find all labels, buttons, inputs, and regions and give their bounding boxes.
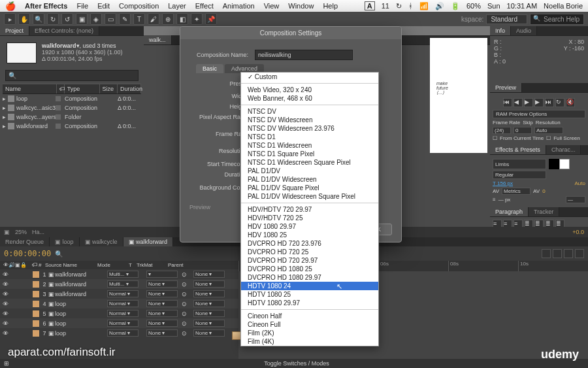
preset-option[interactable]: PAL D1/DV Widescreen Square Pixel bbox=[241, 192, 378, 201]
tab-effects-presets[interactable]: Effects & Presets bbox=[490, 145, 546, 154]
toggle-switches[interactable]: Toggle Switches / Modes bbox=[264, 360, 329, 367]
layer-row[interactable]: 👁4▣loopNormal ▾None ▾⊙None ▾ bbox=[0, 299, 238, 309]
timeline-search-icon[interactable]: 🔍 bbox=[55, 250, 63, 258]
preset-option[interactable]: Film (4K) bbox=[241, 337, 378, 346]
prev-frame-icon[interactable]: ◀ bbox=[514, 98, 523, 107]
zoom-tool-icon[interactable]: 🔍 bbox=[33, 13, 44, 25]
preset-option[interactable]: NTSC DV Widescreen bbox=[241, 116, 378, 124]
preset-option[interactable]: Custom bbox=[241, 73, 378, 81]
preset-option[interactable]: DVCPRO HD 720 25 bbox=[241, 248, 378, 256]
font-style-input[interactable] bbox=[493, 171, 546, 179]
apple-icon[interactable]: 🍎 bbox=[5, 1, 16, 11]
roto-tool-icon[interactable]: ✦ bbox=[191, 13, 203, 25]
leading-field[interactable]: Auto bbox=[575, 180, 585, 186]
project-item[interactable]: ▸walkcyc...asic3CompositionΔ 0:0... bbox=[3, 103, 141, 112]
preset-option[interactable]: Cineon Full bbox=[241, 320, 378, 329]
tl-opt1-icon[interactable] bbox=[542, 249, 551, 258]
eraser-tool-icon[interactable]: ◧ bbox=[176, 13, 188, 25]
play-icon[interactable]: ▶ bbox=[524, 98, 533, 107]
layer-row[interactable]: 👁2▣walkforwardMulti... ▾None ▾⊙None ▾ bbox=[0, 279, 238, 289]
preset-option[interactable]: DVCPRO HD 1080 29.97 bbox=[241, 273, 378, 282]
viewer-tab[interactable]: walk... bbox=[144, 35, 172, 44]
from-current-check[interactable]: ☐ bbox=[493, 135, 497, 141]
tl-opt4-icon[interactable] bbox=[575, 249, 584, 258]
preset-option[interactable]: HDV 1080 25 bbox=[241, 231, 378, 239]
preset-option[interactable]: HDTV 1080 24↖ bbox=[241, 282, 378, 290]
tab-info[interactable]: Info bbox=[490, 26, 511, 35]
timeline-tab[interactable]: ▣ walkforward bbox=[123, 237, 174, 246]
tab-effect-controls[interactable]: Effect Controls: (none) bbox=[29, 26, 99, 35]
preset-option[interactable]: HDV 1080 29.97 bbox=[241, 222, 378, 231]
font-family-input[interactable] bbox=[493, 159, 546, 169]
battery-icon[interactable]: 🔋 bbox=[451, 2, 460, 10]
loop-icon[interactable]: ↻ bbox=[555, 98, 564, 107]
timeline-tab[interactable]: ▣ walkcycle bbox=[80, 237, 123, 246]
app-menu[interactable]: After Effects bbox=[25, 2, 67, 10]
project-search-input[interactable] bbox=[16, 73, 135, 79]
preset-option[interactable]: Web Banner, 468 x 60 bbox=[241, 94, 378, 103]
preset-option[interactable]: PAL D1/DV bbox=[241, 167, 378, 175]
preset-option[interactable]: DVCPRO HD 720 29.97 bbox=[241, 256, 378, 265]
preset-option[interactable]: DVCPRO HD 1080 25 bbox=[241, 265, 378, 273]
wifi-icon[interactable]: 📶 bbox=[419, 2, 429, 10]
zoom-out-icon[interactable]: ▣ bbox=[4, 229, 10, 235]
first-frame-icon[interactable]: ⏮ bbox=[503, 98, 512, 107]
timeline-tab[interactable]: Render Queue bbox=[0, 237, 50, 246]
tab-project[interactable]: Project bbox=[0, 26, 29, 35]
project-item[interactable]: ▸walkcyc...ayersFolder bbox=[3, 112, 141, 122]
menu-effect[interactable]: Effect bbox=[195, 2, 214, 10]
project-item[interactable]: ▸walkforwardCompositionΔ 0:0... bbox=[3, 122, 141, 131]
font-size-field[interactable]: T 156 px bbox=[493, 180, 513, 186]
preset-option[interactable]: NTSC DV bbox=[241, 107, 378, 116]
fullscreen-check[interactable]: ☐ bbox=[546, 135, 551, 141]
bluetooth-icon[interactable]: ᚼ bbox=[408, 2, 413, 10]
menu-view[interactable]: View bbox=[264, 2, 280, 10]
tl-opt3-icon[interactable] bbox=[564, 249, 573, 258]
sync-icon[interactable]: ↻ bbox=[396, 2, 402, 10]
comp-name-input[interactable] bbox=[255, 50, 353, 60]
user-name[interactable]: Noella Borie bbox=[544, 2, 583, 10]
stroke-color-swatch[interactable] bbox=[559, 159, 570, 169]
preset-option[interactable]: Film (2K) bbox=[241, 329, 378, 337]
exposure-value[interactable]: +0.0 bbox=[572, 229, 584, 235]
menu-animation[interactable]: Animation bbox=[223, 2, 255, 10]
tl-opt2-icon[interactable] bbox=[553, 249, 562, 258]
stroke-style[interactable]: — bbox=[566, 196, 585, 203]
puppet-tool-icon[interactable]: 📌 bbox=[205, 13, 217, 25]
preset-option[interactable]: NTSC D1 Widescreen bbox=[241, 141, 378, 150]
ram-preview-dropdown[interactable]: RAM Preview Options bbox=[493, 110, 585, 118]
selection-tool-icon[interactable]: ▸ bbox=[4, 13, 16, 25]
preset-option[interactable]: NTSC D1 Widescreen Square Pixel bbox=[241, 158, 378, 167]
current-timecode[interactable]: 0:00:00:00 bbox=[4, 249, 51, 258]
layer-row[interactable]: 👁3▣walkforwardNormal ▾None ▾⊙None ▾ bbox=[0, 289, 238, 299]
stamp-tool-icon[interactable]: ⊕ bbox=[162, 13, 174, 25]
camera-tool-icon[interactable]: ▣ bbox=[76, 13, 88, 25]
tab-paragraph[interactable]: Paragraph bbox=[490, 207, 529, 216]
project-search[interactable]: 🔍 bbox=[5, 70, 139, 81]
timeline-tab[interactable]: ▣ loop bbox=[50, 237, 80, 246]
layer-row[interactable]: 👁5▣loopNormal ▾None ▾⊙None ▾ bbox=[0, 309, 238, 318]
tracking-value[interactable]: 0 bbox=[542, 188, 545, 194]
tab-character[interactable]: Charac... bbox=[546, 145, 581, 154]
preset-option[interactable]: NTSC DV Widescreen 23.976 bbox=[241, 124, 378, 133]
twirl-icon[interactable]: ⊞ bbox=[4, 360, 9, 367]
layer-row[interactable]: 👁6▣loopNormal ▾None ▾⊙None ▾ bbox=[0, 318, 238, 328]
preset-option[interactable]: NTSC D1 bbox=[241, 133, 378, 141]
shape-tool-icon[interactable]: ▭ bbox=[105, 13, 116, 25]
hand-tool-icon[interactable]: ✋ bbox=[18, 13, 30, 25]
stroke-width[interactable]: — px bbox=[498, 197, 511, 203]
workspace-dropdown[interactable]: Standard bbox=[486, 14, 527, 24]
adobe-sync-icon[interactable]: A bbox=[365, 1, 375, 10]
text-tool-icon[interactable]: T bbox=[133, 13, 145, 25]
mute-icon[interactable]: 🔇 bbox=[566, 98, 575, 107]
preset-option[interactable]: HDTV 1080 29.97 bbox=[241, 299, 378, 307]
volume-icon[interactable]: 🔊 bbox=[435, 2, 444, 10]
menu-layer[interactable]: Layer bbox=[168, 2, 186, 10]
fill-color-swatch[interactable] bbox=[549, 159, 559, 169]
preset-dropdown-list[interactable]: CustomWeb Video, 320 x 240Web Banner, 46… bbox=[240, 72, 379, 346]
preset-option[interactable]: HDV/HDTV 720 29.97 bbox=[241, 205, 378, 214]
zoom-level[interactable]: 25% bbox=[15, 229, 27, 235]
project-item[interactable]: ▸loopCompositionΔ 0:0... bbox=[3, 94, 141, 103]
layer-row[interactable]: 👁7▣loopNormal ▾None ▾⊙None ▾ bbox=[0, 328, 238, 338]
preset-option[interactable]: NTSC D1 Square Pixel bbox=[241, 150, 378, 158]
